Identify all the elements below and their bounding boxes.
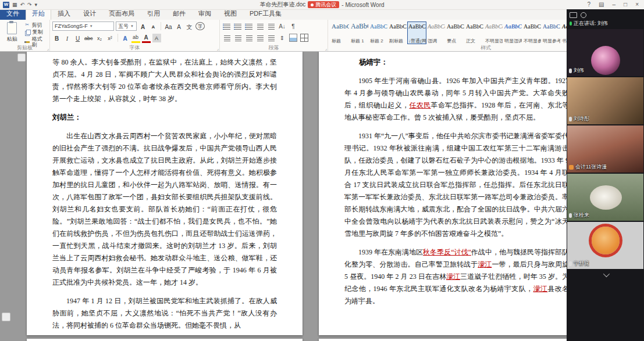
- strikethrough-button[interactable]: abc: [84, 34, 94, 42]
- bold-button[interactable]: B: [52, 34, 61, 42]
- sort-button[interactable]: A↓: [277, 22, 287, 31]
- paragraph[interactable]: 1931 年“九一八”事变后，他任中共哈尔滨市委书记兼满洲省委军委代理书记。19…: [344, 130, 569, 240]
- change-case-button[interactable]: Aa: [164, 22, 173, 31]
- document-page-2[interactable]: 杨靖宇： 1905 年生于河南省确山县。1926 年加入中国共产主义青年团。19…: [319, 51, 595, 335]
- align-right-button[interactable]: [244, 34, 254, 42]
- redo-icon[interactable]: ↷: [27, 1, 32, 8]
- participant-video[interactable]: 张栓来: [567, 174, 643, 221]
- collapse-panel-button[interactable]: [567, 270, 644, 279]
- style-gallery-item[interactable]: AaBbC 副标题: [388, 21, 407, 44]
- doc-heading-yangjingyu[interactable]: 杨靖宇：: [344, 56, 569, 69]
- participant-name-row: 张栓来: [569, 211, 589, 219]
- bullets-button[interactable]: [222, 22, 232, 31]
- grow-font-button[interactable]: A: [138, 22, 147, 31]
- participant-video[interactable]: 宁舒窕: [567, 222, 643, 269]
- minimize-icon[interactable]: –: [609, 0, 620, 9]
- paragraph[interactable]: 出生在山西文水县云周西村一个贫苦农民家庭，小小年纪，便对黑暗的旧社会产生了强烈的…: [52, 130, 277, 289]
- multilevel-list-button[interactable]: [244, 22, 254, 31]
- underline-button[interactable]: U: [73, 34, 82, 42]
- participant-video[interactable]: 刘诗彤: [567, 77, 643, 124]
- borders-button[interactable]: [300, 34, 309, 42]
- ribbon-options-icon[interactable]: ▤: [595, 0, 608, 9]
- maximize-icon[interactable]: □: [620, 0, 631, 9]
- subscript-button[interactable]: x₂: [95, 34, 104, 42]
- style-label: 强调: [428, 38, 444, 44]
- character-shading-button[interactable]: A: [152, 34, 161, 42]
- ribbon-tab[interactable]: 视图: [218, 8, 243, 20]
- ribbon-tab[interactable]: 页面布局: [102, 8, 141, 20]
- line-spacing-button[interactable]: ⇕: [277, 34, 287, 42]
- style-label: 不明显强调: [485, 38, 502, 44]
- style-preview: AaBbCcC: [543, 23, 560, 30]
- ribbon-tab[interactable]: 插入: [51, 8, 77, 20]
- paragraph[interactable]: 1947 年 1 月 12 日，刘胡兰被国民党军和地主武装抓捕了。在敌人威胁面前…: [52, 295, 277, 332]
- meeting-header: 正在讲话: 刘伟: [567, 9, 644, 29]
- font-color-button[interactable]: A: [142, 33, 151, 43]
- ribbon-tab[interactable]: 引用: [141, 8, 166, 20]
- style-gallery-item[interactable]: AaBbCcD 明显强调: [503, 21, 522, 44]
- style-gallery-item[interactable]: AaBbCcD 不明显参考: [522, 21, 542, 44]
- increase-indent-button[interactable]: [266, 22, 276, 31]
- undo-icon[interactable]: ↶: [20, 1, 25, 8]
- customize-qat-icon[interactable]: ▾: [35, 1, 38, 8]
- clipboard-dialog-launcher[interactable]: ⌟: [47, 46, 49, 51]
- floating-widget-icon[interactable]: [17, 53, 26, 62]
- shrink-font-button[interactable]: A: [149, 22, 158, 31]
- separator: [118, 34, 118, 42]
- floating-widget-icon[interactable]: [2, 313, 10, 321]
- shading-button[interactable]: [289, 34, 298, 42]
- ribbon-tab[interactable]: 文件: [0, 8, 26, 20]
- align-center-button[interactable]: [233, 34, 243, 42]
- paragraph[interactable]: 1939 年在东南满地区秋冬季反“讨伐”作战中，他与魏拯民等指挥部队化整为零、分…: [344, 246, 569, 307]
- ribbon-tab-bar: 文件 开始 插入 设计 页面布局 引用 邮件 审阅 视图 PDF工具集: [0, 9, 644, 20]
- cut-button[interactable]: ✂剪切: [24, 22, 47, 28]
- ribbon-tab[interactable]: 设计: [77, 8, 102, 20]
- highlight-color-button[interactable]: ab: [131, 33, 140, 43]
- help-icon[interactable]: ?: [583, 0, 595, 9]
- style-gallery-item[interactable]: AaBbCcC 明显参考: [542, 21, 561, 44]
- style-gallery-item[interactable]: AaBbCcDd 正文: [465, 21, 484, 44]
- style-gallery-item[interactable]: AaBbCcD 要点: [446, 21, 465, 44]
- distribute-button[interactable]: [266, 34, 276, 42]
- font-dialog-launcher[interactable]: ⌟: [217, 46, 219, 51]
- paste-button[interactable]: 粘贴: [2, 21, 22, 44]
- font-name-select[interactable]: FZYaSongS-F▼: [52, 21, 114, 31]
- save-icon[interactable]: ▦: [12, 1, 17, 8]
- superscript-button[interactable]: x²: [106, 34, 115, 42]
- justify-button[interactable]: [255, 34, 265, 42]
- doc-heading-liuhulan[interactable]: 刘胡兰：: [52, 112, 277, 124]
- ribbon-tab[interactable]: 邮件: [166, 8, 192, 20]
- ribbon-tab[interactable]: PDF工具集: [243, 8, 288, 20]
- phonetic-guide-button[interactable]: 文: [185, 22, 194, 31]
- style-gallery-item[interactable]: AaBbC 标题 1: [350, 21, 369, 44]
- paragraph[interactable]: 1905 年生于河南省确山县。1926 年加入中国共产主义青年团。1927 年 …: [344, 75, 569, 124]
- meeting-share-badge[interactable]: 腾讯会议: [308, 1, 339, 8]
- style-gallery-item[interactable]: AaBbCcD 不明显强调: [484, 21, 503, 44]
- numbering-button[interactable]: [233, 22, 243, 31]
- close-icon[interactable]: ×: [631, 0, 643, 9]
- ribbon-tab[interactable]: 审阅: [192, 8, 218, 20]
- decrease-indent-button[interactable]: [255, 22, 265, 31]
- participant-video[interactable]: 会计11张诗漫: [567, 125, 643, 173]
- paragraph[interactable]: 等 80 余人。李大钊备受酷刑，在监狱中，在法庭上，始终大义凛然，坚贞不屈。4 …: [52, 56, 277, 105]
- mic-active-icon: [570, 21, 572, 26]
- copy-button[interactable]: 复制: [24, 29, 47, 35]
- document-page-1[interactable]: 等 80 余人。李大钊备受酷刑，在监狱中，在法庭上，始终大义凛然，坚贞不屈。4 …: [27, 51, 303, 335]
- show-marks-button[interactable]: ¶: [289, 22, 298, 31]
- style-gallery-item[interactable]: AaBbC 标题 2: [369, 21, 388, 44]
- style-gallery-item[interactable]: AaBbC 标题: [330, 21, 350, 44]
- camera-icon[interactable]: [581, 12, 586, 18]
- italic-button[interactable]: I: [63, 34, 72, 42]
- ribbon-tab[interactable]: 开始: [26, 8, 51, 20]
- screen-share-icon[interactable]: [570, 12, 577, 18]
- style-gallery-item[interactable]: AaBbCcDd 强调: [426, 21, 446, 44]
- clipboard-icon: [7, 22, 17, 34]
- participant-video[interactable]: 刘伟: [567, 29, 643, 76]
- align-left-button[interactable]: [222, 34, 232, 42]
- font-size-select[interactable]: 五号▼: [116, 21, 137, 31]
- enclose-characters-button[interactable]: 字: [195, 22, 205, 30]
- text-effects-button[interactable]: A: [121, 34, 130, 42]
- clear-formatting-button[interactable]: A: [175, 22, 183, 31]
- paragraph-dialog-launcher[interactable]: ⌟: [325, 46, 327, 51]
- style-gallery-item[interactable]: AaBbCcD ↓普通(网...: [407, 21, 426, 44]
